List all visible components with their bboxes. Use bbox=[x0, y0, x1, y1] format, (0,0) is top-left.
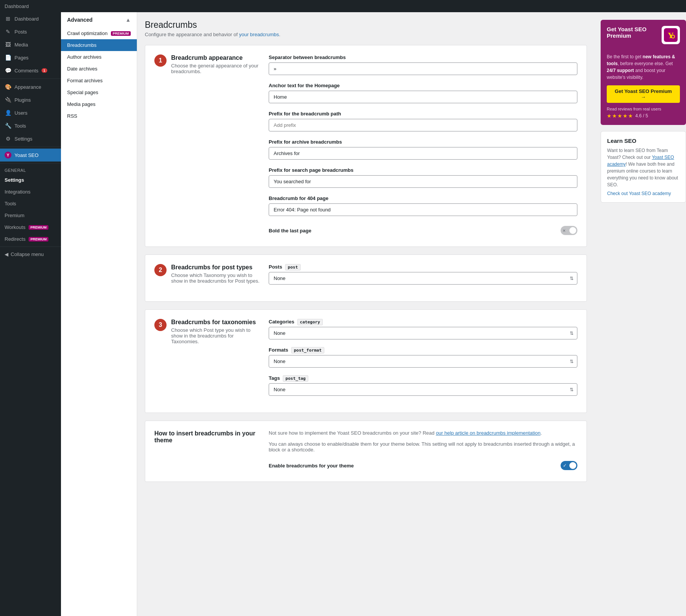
section-3-left: 3 Breadcrumbs for taxonomies Choose whic… bbox=[154, 319, 261, 403]
comments-badge: 1 bbox=[42, 68, 47, 73]
sidebar-item-users[interactable]: 👤 Users bbox=[0, 106, 61, 119]
how-to-left: How to insert breadcrumbs in your theme bbox=[154, 430, 261, 472]
settings-sub-label: Settings bbox=[5, 177, 24, 183]
search-prefix-input[interactable] bbox=[269, 175, 577, 188]
how-to-text1: Not sure how to implement the Yoast SEO … bbox=[269, 430, 577, 436]
sidebar-sub-premium[interactable]: Premium bbox=[0, 210, 61, 221]
tools-icon: 🔧 bbox=[5, 122, 11, 129]
section-2-left: 2 Breadcrumbs for post types Choose whic… bbox=[154, 264, 261, 292]
posts-badge: post bbox=[285, 264, 301, 270]
sidebar-label-users: Users bbox=[14, 110, 27, 116]
prefix-input[interactable] bbox=[269, 119, 577, 131]
categories-badge: category bbox=[297, 319, 323, 325]
posts-select[interactable]: None bbox=[269, 272, 577, 285]
learn-desc: Want to learn SEO from Team Yoast? Check… bbox=[607, 147, 680, 188]
not-found-input[interactable] bbox=[269, 203, 577, 216]
enable-breadcrumbs-row: Enable breadcrumbs for your theme ✓ bbox=[269, 459, 577, 472]
formats-group: Formats post_format None ⇅ bbox=[269, 347, 577, 368]
sub-sidebar-special-pages[interactable]: Special pages bbox=[61, 86, 137, 98]
bold-last-page-label: Bold the last page bbox=[269, 228, 311, 234]
enable-breadcrumbs-label: Enable breadcrumbs for your theme bbox=[269, 463, 354, 469]
yoast-icon: Y bbox=[5, 152, 11, 158]
sub-sidebar-title: Advanced bbox=[67, 17, 93, 23]
posts-icon: ✎ bbox=[5, 28, 11, 35]
sub-sidebar-breadcrumbs[interactable]: Breadcrumbs bbox=[61, 39, 137, 51]
tags-select-wrapper: None ⇅ bbox=[269, 383, 577, 396]
sidebar-item-posts[interactable]: ✎ Posts bbox=[0, 25, 61, 38]
section-2-card: 2 Breadcrumbs for post types Choose whic… bbox=[145, 254, 587, 302]
formats-select[interactable]: None bbox=[269, 355, 577, 368]
sub-sidebar-header: Advanced ▲ bbox=[61, 12, 137, 27]
workouts-label: Workouts bbox=[5, 224, 26, 230]
collapse-icon: ◀ bbox=[5, 251, 8, 257]
not-found-label: Breadcrumb for 404 page bbox=[269, 195, 577, 201]
sidebar-sub-integrations[interactable]: Integrations bbox=[0, 186, 61, 198]
prefix-label: Prefix for the breadcrumb path bbox=[269, 111, 577, 117]
categories-select[interactable]: None bbox=[269, 327, 577, 339]
section-2-desc: Choose which Taxonomy you wish to show i… bbox=[171, 272, 261, 284]
section-3-number: 3 bbox=[154, 319, 167, 331]
sidebar-item-appearance[interactable]: 🎨 Appearance bbox=[0, 80, 61, 93]
star3: ★ bbox=[617, 113, 622, 119]
star1: ★ bbox=[607, 113, 612, 119]
sub-sidebar: Advanced ▲ Crawl optimization Premium Br… bbox=[61, 0, 137, 616]
toggle-dot-on bbox=[569, 462, 576, 469]
check-out-link[interactable]: Check out Yoast SEO academy bbox=[607, 191, 671, 196]
date-archives-label: Date archives bbox=[67, 66, 97, 72]
sidebar-sub-workouts[interactable]: Workouts premium bbox=[0, 221, 61, 233]
sidebar-item-yoast[interactable]: Y Yoast SEO bbox=[0, 149, 61, 162]
check-icon: ✓ bbox=[563, 463, 567, 468]
not-found-group: Breadcrumb for 404 page bbox=[269, 195, 577, 216]
bold-last-page-row: Bold the last page ✕ bbox=[269, 224, 577, 237]
breadcrumbs-label: Breadcrumbs bbox=[67, 42, 96, 48]
sub-sidebar-author-archives[interactable]: Author archives bbox=[61, 51, 137, 63]
anchor-text-label: Anchor text for the Homepage bbox=[269, 83, 577, 88]
categories-select-wrapper: None ⇅ bbox=[269, 327, 577, 339]
breadcrumbs-article-link[interactable]: our help article on breadcrumbs implemen… bbox=[436, 430, 541, 436]
sidebar-label-comments: Comments bbox=[14, 68, 38, 74]
rating-icon: ★★★★★ bbox=[607, 113, 633, 119]
how-to-text2: You can always choose to enable/disable … bbox=[269, 441, 577, 453]
tags-select[interactable]: None bbox=[269, 383, 577, 396]
collapse-label: Collapse menu bbox=[11, 251, 44, 257]
enable-breadcrumbs-toggle[interactable]: ✓ bbox=[561, 461, 577, 470]
sidebar-item-dashboard[interactable]: ⊞ Dashboard bbox=[0, 12, 61, 25]
formats-badge: post_format bbox=[291, 347, 324, 354]
section-1-right: Separator between breadcrumbs Anchor tex… bbox=[269, 54, 577, 237]
sidebar-item-settings[interactable]: ⚙ Settings bbox=[0, 132, 61, 145]
breadcrumbs-link[interactable]: your breadcrumbs bbox=[239, 32, 279, 37]
sidebar-label-dashboard: Dashboard bbox=[14, 16, 39, 22]
redirects-label: Redirects bbox=[5, 236, 26, 242]
formats-select-wrapper: None ⇅ bbox=[269, 355, 577, 368]
sidebar-item-media[interactable]: 🖼 Media bbox=[0, 38, 61, 51]
promo-button[interactable]: Get Yoast SEO Premium → bbox=[607, 85, 680, 103]
admin-bar-title: Dashboard bbox=[5, 3, 29, 9]
sidebar-label-posts: Posts bbox=[14, 29, 27, 35]
separator-label: Separator between breadcrumbs bbox=[269, 54, 577, 60]
sidebar-item-tools[interactable]: 🔧 Tools bbox=[0, 119, 61, 132]
section-3-right: Categories category None ⇅ Formats post_… bbox=[269, 319, 577, 403]
separator-group: Separator between breadcrumbs bbox=[269, 54, 577, 75]
anchor-text-input[interactable] bbox=[269, 91, 577, 103]
sidebar-item-plugins[interactable]: 🔌 Plugins bbox=[0, 93, 61, 106]
sidebar-item-comments[interactable]: 💬 Comments 1 bbox=[0, 64, 61, 77]
sidebar-label-plugins: Plugins bbox=[14, 97, 31, 103]
sub-sidebar-media-pages[interactable]: Media pages bbox=[61, 98, 137, 110]
archive-prefix-input[interactable] bbox=[269, 147, 577, 160]
star5: ★ bbox=[628, 113, 633, 119]
collapse-menu[interactable]: ◀ Collapse menu bbox=[0, 248, 61, 260]
sub-sidebar-format-archives[interactable]: Format archives bbox=[61, 75, 137, 86]
sidebar-item-pages[interactable]: 📄 Pages bbox=[0, 51, 61, 64]
sub-sidebar-date-archives[interactable]: Date archives bbox=[61, 63, 137, 75]
sidebar-sub-redirects[interactable]: Redirects premium bbox=[0, 233, 61, 245]
rss-label: RSS bbox=[67, 113, 77, 119]
section-2-header: 2 Breadcrumbs for post types Choose whic… bbox=[154, 264, 261, 284]
sub-sidebar-rss[interactable]: RSS bbox=[61, 110, 137, 122]
workouts-badge: premium bbox=[29, 225, 49, 230]
sidebar-sub-tools[interactable]: Tools bbox=[0, 198, 61, 210]
sub-sidebar-crawl[interactable]: Crawl optimization Premium bbox=[61, 27, 137, 39]
anchor-text-group: Anchor text for the Homepage bbox=[269, 83, 577, 103]
sidebar-sub-settings[interactable]: Settings bbox=[0, 174, 61, 186]
bold-last-page-toggle[interactable]: ✕ bbox=[561, 226, 577, 235]
separator-input[interactable] bbox=[269, 62, 577, 75]
